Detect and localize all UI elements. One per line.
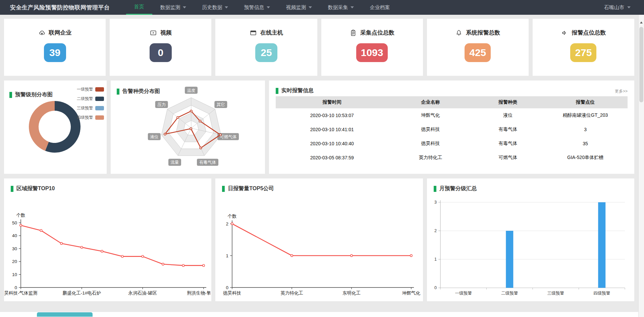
svg-text:个数: 个数 [228, 214, 237, 219]
legend-swatch [95, 87, 104, 92]
stat-head: 联网企业 [38, 29, 72, 37]
panel-daily-alarm-top5: 日报警量TOP5公司 个数012德昊科技英力特化工东明化工坤辉气化 [215, 178, 423, 301]
nav-item-data-collect[interactable]: 数据采集 [320, 0, 362, 15]
stat-value-badge: 39 [44, 43, 66, 62]
stat-label: 系统报警总数 [466, 29, 500, 37]
table-cell: 德昊科技 [388, 122, 473, 137]
svg-text:10: 10 [12, 272, 17, 277]
nav-item-video-monitor[interactable]: 视频监测 [278, 0, 320, 15]
scrollbar-up-button[interactable] [639, 19, 644, 25]
svg-text:永润石油-罐区: 永润石油-罐区 [128, 290, 157, 296]
panel-title: 告警种类分布图 [117, 88, 160, 95]
stat-card-3: 采集点位总数1093 [321, 19, 423, 76]
nav-item-label: 数据采集 [328, 4, 348, 11]
table-header: 报警时间企业名称报警种类报警点位 [276, 96, 628, 108]
svg-text:温度: 温度 [187, 88, 196, 93]
arrow-up-icon [640, 21, 643, 23]
table-header-cell: 报警点位 [543, 96, 628, 108]
table-cell: GIA-520单体贮槽 [543, 151, 628, 165]
nav-item-label: 历史数据 [202, 4, 222, 11]
app-title: 安全生产风险预警防控物联网管理平台 [10, 0, 110, 15]
stat-label: 视频 [160, 29, 172, 37]
daily-alarm-top5-line-chart: 个数012德昊科技英力特化工东明化工坤辉气化 [215, 178, 422, 301]
region-label: 石嘴山市 [604, 4, 624, 11]
svg-text:其它: 其它 [217, 102, 225, 107]
table-cell: 坤辉气化 [388, 108, 473, 122]
panel-title: 日报警量TOP5公司 [222, 185, 274, 192]
svg-text:四级预警: 四级预警 [593, 291, 610, 296]
legend-label: 二级预警 [77, 96, 93, 102]
table-cell: 可燃气体 [473, 151, 543, 165]
legend-label: 四级预警 [77, 115, 93, 120]
realtime-alarm-table: 报警时间企业名称报警种类报警点位 2020-03-10 10:53:07坤辉气化… [276, 96, 628, 165]
bottom-partial-section [0, 312, 638, 317]
stat-card-2: 在线主机25 [215, 19, 317, 76]
more-link[interactable]: 更多>> [615, 89, 628, 94]
svg-text:德昊科技: 德昊科技 [223, 290, 241, 296]
nav-item-home[interactable]: 首页 [126, 0, 152, 15]
svg-text:2: 2 [434, 228, 437, 233]
stat-head: 视频 [150, 29, 172, 37]
chevron-down-icon [309, 6, 312, 8]
stat-label: 报警点位总数 [572, 29, 606, 37]
svg-text:二级预警: 二级预警 [501, 291, 518, 296]
nav-item-data-monitor[interactable]: 数据监测 [152, 0, 194, 15]
region-selector[interactable]: 石嘴山市 [604, 0, 631, 15]
svg-text:液位: 液位 [150, 135, 159, 139]
green-marker-icon [9, 92, 12, 98]
green-marker-icon [434, 186, 436, 192]
scrollbar-thumb[interactable] [639, 27, 643, 102]
stat-value-badge: 425 [465, 43, 491, 62]
stat-value-badge: 0 [150, 43, 172, 62]
table-row[interactable]: 2020-03-05 08:37:59英力特化工可燃气体GIA-520单体贮槽 [276, 151, 628, 165]
nav-item-enterprise-archive[interactable]: 企业档案 [362, 0, 398, 15]
region-alarm-top10-line-chart: 个数01020304050昊科技-气体监测鹏盛化工-1#电石炉永润石油-罐区荆洪… [4, 178, 210, 301]
svg-text:个数: 个数 [16, 213, 25, 218]
stat-value-badge: 1093 [356, 43, 388, 62]
stat-head: 报警点位总数 [561, 29, 606, 37]
green-marker-icon [117, 89, 119, 95]
green-marker-icon [222, 186, 225, 192]
stat-card-1: 视频0 [110, 19, 211, 76]
green-marker-icon [276, 88, 278, 94]
nav-item-label: 预警信息 [244, 4, 264, 11]
svg-text:压力: 压力 [157, 102, 166, 107]
panel-title: 实时报警信息 [276, 87, 314, 94]
table-header-cell: 报警时间 [276, 96, 388, 108]
stat-head: 采集点位总数 [350, 29, 394, 37]
panel-alarm-type-distribution: 告警种类分布图 温度其它可燃气体有毒气体流量液位压力 [111, 81, 265, 174]
chevron-down-icon [351, 6, 354, 8]
donut-legend: 一级预警二级预警三级预警四级预警 [77, 87, 104, 120]
table-row[interactable]: 2020-03-10 10:53:07坤辉气化液位精醇南罐液位GT_203 [276, 108, 628, 122]
svg-text:可燃气体: 可燃气体 [220, 135, 237, 139]
panel-title: 区域报警TOP10 [11, 185, 55, 192]
table-cell: 德昊科技 [388, 137, 473, 151]
nav-item-warning-info[interactable]: 预警信息 [236, 0, 278, 15]
bottom-partial-widget [37, 312, 93, 317]
legend-item[interactable]: 四级预警 [77, 115, 104, 120]
panel-region-alarm-top10: 区域报警TOP10 个数01020304050昊科技-气体监测鹏盛化工-1#电石… [4, 178, 211, 301]
table-cell: 2020-03-10 10:41:01 [276, 122, 388, 137]
panel-title: 预警级别分布图 [9, 91, 53, 98]
legend-item[interactable]: 一级预警 [77, 87, 104, 92]
svg-text:荆洪生物-氧化反: 荆洪生物-氧化反 [187, 290, 211, 296]
host-monitor-icon [250, 29, 257, 37]
nav-item-label: 企业档案 [370, 4, 390, 11]
legend-item[interactable]: 二级预警 [77, 96, 104, 102]
svg-text:0: 0 [14, 285, 17, 290]
legend-label: 三级预警 [77, 105, 93, 111]
legend-item[interactable]: 三级预警 [77, 105, 104, 111]
svg-text:1: 1 [434, 257, 437, 262]
monthly-warning-bar-chart: 0123一级预警二级预警三级预警四级预警 [427, 178, 633, 301]
stat-value-badge: 275 [570, 43, 596, 62]
table-cell: 2020-03-10 10:53:07 [276, 108, 388, 122]
scrollbar-track[interactable] [638, 15, 644, 317]
table-cell: 2020-03-05 08:37:59 [276, 151, 388, 165]
green-marker-icon [11, 186, 13, 192]
nav-item-history-data[interactable]: 历史数据 [194, 0, 236, 15]
svg-text:40: 40 [12, 233, 17, 238]
table-row[interactable]: 2020-03-10 10:40:40德昊科技有毒气体35 [276, 137, 628, 151]
svg-text:3: 3 [434, 200, 437, 205]
legend-swatch [95, 115, 104, 120]
table-row[interactable]: 2020-03-10 10:41:01德昊科技有毒气体3 [276, 122, 628, 137]
